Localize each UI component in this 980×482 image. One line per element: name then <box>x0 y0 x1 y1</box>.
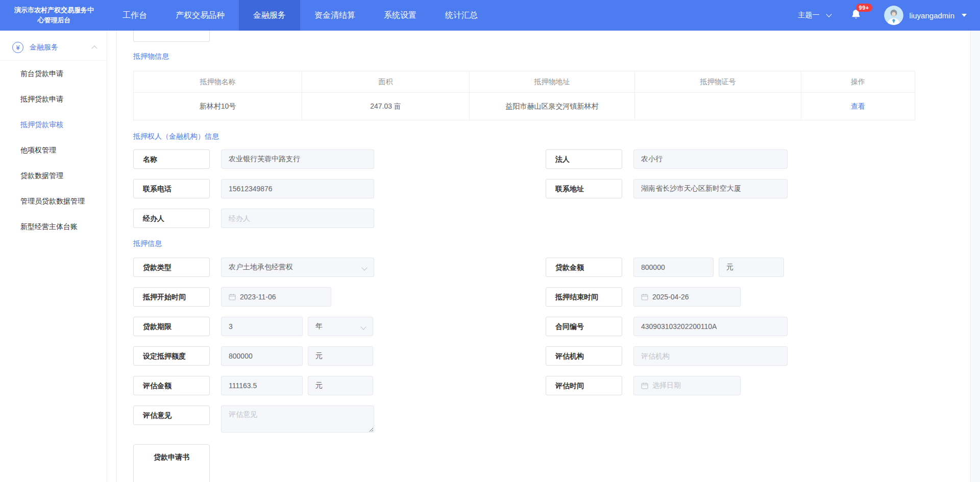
chevron-up-icon <box>91 45 97 51</box>
top-header: 演示市农村产权交易服务中心管理后台 工作台 产权交易品种 金融服务 资金清结算 … <box>0 0 980 31</box>
input-contact-phone[interactable] <box>221 179 374 198</box>
nav-property-trade-types[interactable]: 产权交易品种 <box>161 0 239 31</box>
label-loan-term: 贷款期限 <box>133 317 210 336</box>
loan-application-doc-box: 贷款申请书 <box>133 444 210 482</box>
unit-yuan: 元 <box>719 258 784 277</box>
cell-collateral-name: 新林村10号 <box>134 93 302 120</box>
theme-selector[interactable]: 主题一 <box>798 11 831 20</box>
label-mortgage-limit: 设定抵押额度 <box>133 346 210 366</box>
app-logo-title: 演示市农村产权交易服务中心管理后台 <box>0 0 108 31</box>
table-header-row: 抵押物名称 面积 抵押物地址 抵押物证号 操作 <box>134 71 915 93</box>
label-contract-no: 合同编号 <box>546 317 622 336</box>
top-nav: 工作台 产权交易品种 金融服务 资金清结算 系统设置 统计汇总 <box>108 0 492 31</box>
col-action: 操作 <box>801 71 915 93</box>
date-picker-mortgage-end[interactable]: 2025-04-26 <box>633 287 741 307</box>
notification-bell-button[interactable]: 99+ <box>850 9 862 22</box>
table-row: 新林村10号 247.03 亩 益阳市赫山区泉交河镇新林村 查看 <box>134 93 915 120</box>
cell-area: 247.03 亩 <box>302 93 470 120</box>
nav-fund-settlement[interactable]: 资金清结算 <box>300 0 370 31</box>
cell-collateral-address: 益阳市赫山区泉交河镇新林村 <box>470 93 635 120</box>
label-loan-amount: 贷款金额 <box>546 258 622 277</box>
input-contact-address[interactable] <box>633 179 788 198</box>
caret-down-icon[interactable] <box>962 14 967 17</box>
col-collateral-address: 抵押物地址 <box>470 71 635 93</box>
label-contact-phone: 联系电话 <box>133 179 210 198</box>
nav-system-settings[interactable]: 系统设置 <box>370 0 431 31</box>
textarea-appraisal-opinion[interactable] <box>221 405 374 433</box>
input-mortgage-limit[interactable] <box>221 346 303 366</box>
collateral-table: 抵押物名称 面积 抵押物地址 抵押物证号 操作 新林村10号 247.03 亩 … <box>133 71 915 120</box>
sidebar-item-mortgage-loan-review[interactable]: 抵押贷款审核 <box>0 112 107 137</box>
sidebar-group-label: 金融服务 <box>30 43 58 52</box>
label-contact-address: 联系地址 <box>546 179 622 198</box>
date-picker-mortgage-start[interactable]: 2023-11-06 <box>221 287 331 307</box>
avatar-image <box>884 6 903 25</box>
sidebar-item-new-business-entity-ledger[interactable]: 新型经营主体台账 <box>0 214 107 239</box>
nav-financial-services[interactable]: 金融服务 <box>239 0 300 31</box>
header-right-cluster: 主题一 99+ liuyangadmin <box>798 0 980 31</box>
unit-yuan: 元 <box>308 346 373 366</box>
label-appraisal-org: 评估机构 <box>546 346 622 366</box>
select-term-unit[interactable]: 年 <box>308 317 373 336</box>
input-loan-term[interactable] <box>221 317 303 336</box>
input-name[interactable] <box>221 149 374 169</box>
col-collateral-name: 抵押物名称 <box>134 71 302 93</box>
label-mortgage-start-date: 抵押开始时间 <box>133 287 210 307</box>
yen-circle-icon: ¥ <box>12 42 23 53</box>
section-title-mortgage-info: 抵押信息 <box>133 238 970 248</box>
loan-application-doc-label: 贷款申请书 <box>154 453 189 461</box>
label-legal-person: 法人 <box>546 149 622 169</box>
calendar-icon <box>641 382 648 389</box>
date-picker-appraisal-time[interactable]: 选择日期 <box>633 376 741 395</box>
input-contract-no[interactable] <box>633 317 788 336</box>
col-area: 面积 <box>302 71 470 93</box>
avatar[interactable] <box>884 6 903 25</box>
main-panel: 抵押物信息 抵押物名称 面积 抵押物地址 抵押物证号 操作 新林村10号 247… <box>117 31 970 482</box>
input-operator[interactable] <box>221 209 374 228</box>
sidebar-scroll-gutter[interactable] <box>107 31 117 482</box>
chevron-down-icon <box>360 324 366 329</box>
sidebar-item-loan-data-management[interactable]: 贷款数据管理 <box>0 163 107 188</box>
label-appraisal-amount: 评估金额 <box>133 376 210 395</box>
notification-count-badge: 99+ <box>856 4 872 12</box>
chevron-down-icon <box>361 265 367 270</box>
select-loan-type[interactable]: 农户土地承包经营权 <box>221 258 374 277</box>
section-title-mortgagee-info: 抵押权人（金融机构）信息 <box>133 131 970 141</box>
section-title-collateral-info: 抵押物信息 <box>133 51 970 61</box>
input-loan-amount[interactable] <box>633 258 714 277</box>
unit-yuan: 元 <box>308 376 373 395</box>
main-scrollbar-gutter[interactable] <box>970 31 980 482</box>
nav-workbench[interactable]: 工作台 <box>108 0 161 31</box>
label-loan-type: 贷款类型 <box>133 258 210 277</box>
chevron-down-icon <box>826 11 831 17</box>
label-name: 名称 <box>133 149 210 169</box>
view-link[interactable]: 查看 <box>851 102 865 110</box>
input-legal-person[interactable] <box>633 149 788 169</box>
sidebar-item-mortgage-loan-application[interactable]: 抵押贷款申请 <box>0 86 107 112</box>
label-appraisal-time: 评估时间 <box>546 376 622 395</box>
sidebar-group-financial-services[interactable]: ¥ 金融服务 <box>0 38 107 57</box>
sidebar-item-other-rights-management[interactable]: 他项权管理 <box>0 137 107 163</box>
cell-cert-no <box>635 93 801 120</box>
username-label[interactable]: liuyangadmin <box>910 11 954 20</box>
calendar-icon <box>229 293 236 300</box>
label-operator: 经办人 <box>133 209 210 228</box>
sidebar-item-front-loan-application[interactable]: 前台贷款申请 <box>0 61 107 86</box>
col-cert-no: 抵押物证号 <box>635 71 801 93</box>
sidebar: ¥ 金融服务 前台贷款申请 抵押贷款申请 抵押贷款审核 他项权管理 贷款数据管理… <box>0 31 107 482</box>
label-appraisal-opinion: 评估意见 <box>133 405 210 425</box>
clipped-field-box <box>133 31 210 42</box>
input-appraisal-org[interactable] <box>633 346 788 366</box>
label-mortgage-end-date: 抵押结束时间 <box>546 287 622 307</box>
nav-statistics-summary[interactable]: 统计汇总 <box>431 0 492 31</box>
calendar-icon <box>641 293 648 300</box>
sidebar-item-admin-loan-data-management[interactable]: 管理员贷款数据管理 <box>0 188 107 214</box>
theme-label: 主题一 <box>798 11 820 20</box>
input-appraisal-amount[interactable] <box>221 376 303 395</box>
